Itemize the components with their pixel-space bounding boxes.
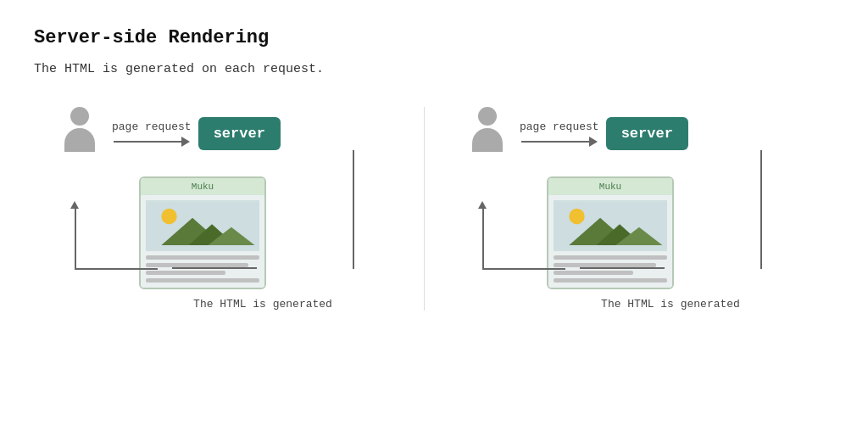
browser-image	[146, 200, 259, 251]
svg-point-1	[161, 209, 176, 224]
browser-titlebar: Muku	[141, 178, 264, 195]
scene-svg	[146, 200, 259, 251]
request-arrow	[114, 137, 190, 147]
diagram-2-caption: The HTML is generated	[526, 298, 815, 311]
arrow-line	[114, 141, 181, 143]
browser-body	[141, 195, 264, 288]
diagram-divider	[424, 107, 425, 311]
browser-image-2	[554, 200, 667, 251]
browser-lines-2	[554, 255, 667, 283]
arrow-head-2	[589, 137, 598, 147]
person-body	[64, 128, 95, 152]
left-connector-vert-2	[482, 209, 484, 269]
browser-line-4	[146, 278, 259, 283]
arrow-head	[181, 137, 190, 147]
browser-lines	[146, 255, 259, 283]
diagram-1-caption: The HTML is generated	[119, 298, 407, 311]
browser-titlebar-2: Muku	[548, 178, 672, 195]
person-icon	[58, 107, 102, 160]
browser-mockup: Muku	[139, 176, 266, 289]
browser-area-2: Muku	[526, 176, 815, 311]
browser-line-2-1	[554, 255, 667, 260]
left-connector-vert	[75, 209, 76, 269]
right-connector-horiz-2	[580, 267, 665, 269]
up-arrow-head	[70, 201, 79, 209]
browser-line-2-3	[554, 271, 633, 275]
person-body-2	[472, 128, 503, 152]
diagram-1: page request server Muku	[34, 107, 407, 311]
up-arrow-head-2	[478, 201, 487, 209]
browser-body-2	[548, 195, 672, 288]
left-connector-horiz	[75, 268, 158, 270]
request-arrow-group: page request	[112, 120, 192, 147]
browser-mockup-2: Muku	[547, 176, 674, 289]
person-head-2	[478, 107, 497, 126]
person-head	[70, 107, 89, 126]
server-box-2: server	[606, 117, 688, 150]
right-connector-vert-2	[760, 150, 762, 269]
server-box: server	[198, 117, 281, 150]
browser-line-1	[146, 255, 259, 260]
diagram-2: page request server Muku	[442, 107, 815, 311]
right-connector-vert	[353, 150, 354, 269]
browser-line-2-4	[554, 278, 667, 283]
person-icon-2	[465, 107, 509, 160]
page-subtitle: The HTML is generated on each request.	[34, 62, 834, 76]
request-arrow-2	[521, 137, 598, 147]
request-label: page request	[112, 120, 192, 133]
right-connector-horiz	[172, 267, 257, 269]
browser-area: Muku	[119, 176, 407, 311]
svg-point-6	[569, 209, 584, 224]
request-label-2: page request	[520, 120, 599, 133]
scene-svg-2	[554, 200, 667, 251]
diagrams-container: page request server Muku	[34, 107, 834, 311]
page-title: Server-side Rendering	[34, 27, 834, 48]
left-connector-horiz-2	[482, 268, 565, 270]
request-arrow-group-2: page request	[520, 120, 599, 147]
arrow-line-2	[521, 141, 589, 143]
browser-line-3	[146, 271, 225, 275]
